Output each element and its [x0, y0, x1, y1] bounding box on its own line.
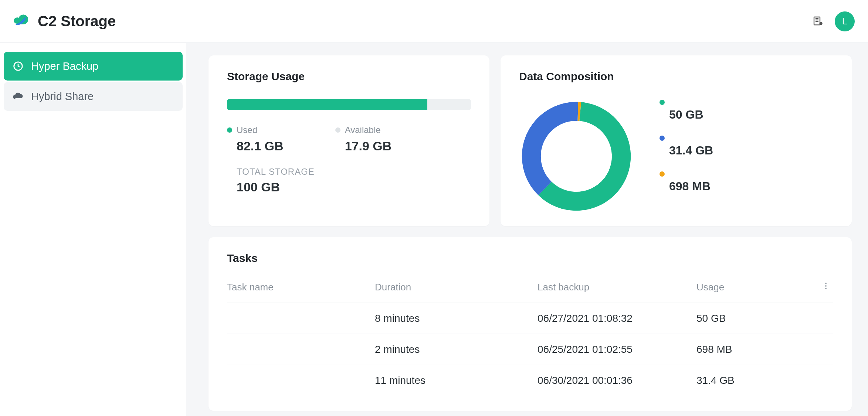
storage-available-value: 17.9 GB	[335, 139, 392, 153]
storage-used-stat: Used 82.1 GB	[227, 125, 284, 153]
legend-value: 31.4 GB	[660, 144, 713, 157]
donut-chart	[519, 99, 634, 215]
tasks-title: Tasks	[227, 252, 833, 265]
more-vertical-icon	[821, 282, 830, 293]
cell-last_backup: 06/25/2021 01:02:55	[538, 344, 696, 355]
main-content: Storage Usage Used 82.1 GB	[186, 43, 868, 416]
cell-usage: 50 GB	[696, 313, 811, 324]
storage-used-label: Used	[237, 125, 257, 135]
col-duration: Duration	[375, 282, 538, 293]
legend-item: 31.4 GB	[660, 136, 713, 157]
composition-legend: 50 GB 31.4 GB 698 MB	[660, 91, 713, 193]
backup-icon	[13, 61, 24, 72]
svg-point-8	[825, 288, 827, 289]
topbar-actions: L	[813, 11, 855, 31]
legend-item: 698 MB	[660, 171, 713, 193]
storage-progress-bar	[227, 99, 471, 110]
cell-last_backup: 06/30/2021 00:01:36	[538, 375, 696, 386]
data-composition-card: Data Composition 50 GB 31.4 GB	[501, 55, 852, 226]
app-title: C2 Storage	[38, 13, 116, 30]
cell-duration: 11 minutes	[375, 375, 538, 386]
storage-used-value: 82.1 GB	[227, 139, 284, 153]
cloud-icon	[13, 91, 24, 102]
svg-point-6	[825, 283, 827, 284]
sidebar-item-label: Hyper Backup	[31, 60, 98, 72]
dot-icon	[227, 127, 232, 133]
storage-usage-card: Storage Usage Used 82.1 GB	[208, 55, 489, 226]
storage-total-label: TOTAL STORAGE	[227, 167, 471, 177]
tasks-table-header: Task name Duration Last backup Usage	[227, 272, 833, 303]
legend-value: 50 GB	[660, 108, 713, 122]
storage-progress-fill	[227, 99, 427, 110]
sidebar-item-hyper-backup[interactable]: Hyper Backup	[4, 52, 183, 81]
dot-icon	[660, 171, 665, 177]
dot-icon	[660, 100, 665, 105]
col-usage: Usage	[696, 282, 811, 293]
col-last-backup: Last backup	[538, 282, 696, 293]
storage-total-value: 100 GB	[227, 180, 471, 194]
storage-usage-title: Storage Usage	[227, 70, 471, 83]
table-row[interactable]: 2 minutes06/25/2021 01:02:55698 MB	[227, 334, 833, 365]
sidebar-item-label: Hybrid Share	[31, 91, 94, 103]
avatar[interactable]: L	[835, 11, 855, 31]
brand: C2 Storage	[13, 13, 116, 30]
dot-icon	[660, 136, 665, 141]
sidebar: Hyper Backup Hybrid Share	[0, 43, 186, 416]
topbar: C2 Storage L	[0, 0, 868, 43]
tasks-more-button[interactable]	[818, 280, 833, 295]
cell-usage: 698 MB	[696, 344, 811, 355]
svg-point-7	[825, 285, 827, 287]
sidebar-item-hybrid-share[interactable]: Hybrid Share	[4, 82, 183, 111]
cell-usage: 31.4 GB	[696, 375, 811, 386]
svg-point-4	[820, 22, 823, 25]
tasks-card: Tasks Task name Duration Last backup Usa…	[208, 237, 852, 411]
table-row[interactable]: 8 minutes06/27/2021 01:08:3250 GB	[227, 303, 833, 334]
legend-value: 698 MB	[660, 180, 713, 193]
data-composition-title: Data Composition	[519, 70, 634, 83]
avatar-initial: L	[842, 16, 847, 27]
table-row[interactable]: 11 minutes06/30/2021 00:01:3631.4 GB	[227, 365, 833, 396]
col-task-name: Task name	[227, 282, 375, 293]
legend-item: 50 GB	[660, 100, 713, 122]
dot-icon	[335, 127, 340, 133]
region-icon[interactable]	[813, 16, 824, 27]
app-logo-icon	[13, 13, 31, 30]
cell-last_backup: 06/27/2021 01:08:32	[538, 313, 696, 324]
donut-segment	[522, 102, 578, 195]
cell-duration: 2 minutes	[375, 344, 538, 355]
cell-duration: 8 minutes	[375, 313, 538, 324]
storage-available-stat: Available 17.9 GB	[335, 125, 392, 153]
storage-available-label: Available	[345, 125, 381, 135]
